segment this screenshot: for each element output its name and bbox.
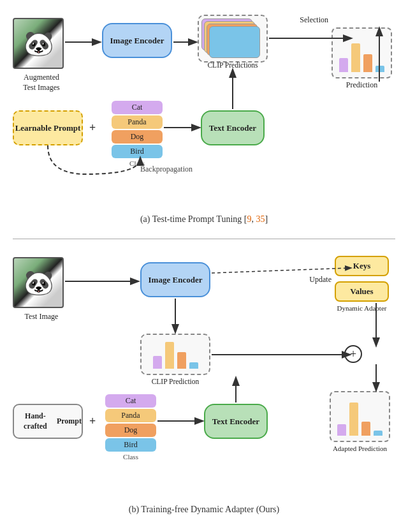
update-label: Update <box>309 275 332 284</box>
section-label-b: (b) Training-free Dynamic Adapter (Ours) <box>13 499 395 522</box>
keys-box: Keys <box>335 256 389 276</box>
adapted-prediction-label: Adapted Prediction <box>330 445 390 452</box>
bar-dog-a <box>363 54 372 72</box>
class-box-b: Cat Panda Dog Bird Class <box>105 394 156 461</box>
adapted-prediction-chart <box>330 391 390 442</box>
class-dog-a: Dog <box>112 130 163 144</box>
clip-bar-bird-b <box>189 362 198 369</box>
diagram-part-b: Test Image Image Encoder Keys Values Dyn… <box>13 251 395 499</box>
clip-prediction-label: CLIP Prediction <box>140 378 210 385</box>
adapted-bar-dog <box>361 422 370 436</box>
svg-line-7 <box>212 268 351 273</box>
adapted-bar-bird <box>374 431 382 436</box>
clip-bar-cat-b <box>153 356 162 369</box>
bar-panda-a <box>351 43 360 72</box>
selection-label-a: Selection <box>300 15 328 25</box>
clip-predictions-a <box>198 15 268 63</box>
class-bird-b: Bird <box>105 438 156 452</box>
class-panda-a: Panda <box>112 115 163 129</box>
learnable-prompt: Learnable Prompt <box>13 110 83 145</box>
values-box: Values <box>335 281 389 302</box>
panda-image-a <box>13 18 64 69</box>
plus-circle-b: + <box>344 345 362 363</box>
plus-sign-b: + <box>89 415 96 428</box>
dynamic-adapter-label: Dynamic Adapter <box>335 304 389 312</box>
class-box-a: Cat Panda Dog Bird Class <box>112 101 163 167</box>
adapted-bar-panda <box>349 403 358 436</box>
panda-image-b <box>13 257 64 308</box>
clip-bar-panda-b <box>165 342 174 369</box>
class-dog-b: Dog <box>105 424 156 437</box>
diagram-part-a: Augmented Test Images Image Encoder CLIP… <box>13 11 395 209</box>
adapted-bar-cat <box>337 424 346 436</box>
class-bird-a: Bird <box>112 145 163 158</box>
clip-card-4 <box>209 26 260 58</box>
text-encoder-a: Text Encoder <box>201 110 265 145</box>
plus-sign-a: + <box>89 121 96 135</box>
prediction-chart-a <box>332 27 392 78</box>
image-encoder-a: Image Encoder <box>102 23 172 58</box>
class-cat-b: Cat <box>105 394 156 408</box>
augmented-label: Augmented Test Images <box>13 73 70 92</box>
class-label-b: Class <box>105 453 156 461</box>
backprop-label: Backpropagation <box>140 165 193 174</box>
class-panda-b: Panda <box>105 409 156 422</box>
handcrafted-prompt: Hand-craftedPrompt <box>13 404 83 439</box>
prediction-label-a: Prediction <box>332 80 392 90</box>
clip-bar-dog-b <box>177 352 186 369</box>
bar-bird-a <box>375 66 384 72</box>
class-cat-a: Cat <box>112 101 163 114</box>
section-label-a: (a) Test-time Prompt Tuning [9, 35] <box>13 209 395 232</box>
test-image-label: Test Image <box>13 312 70 321</box>
clip-prediction-b <box>140 334 210 375</box>
bar-cat-a <box>339 58 348 72</box>
text-encoder-b: Text Encoder <box>204 404 268 439</box>
image-encoder-b: Image Encoder <box>140 262 210 297</box>
clip-predictions-label-a: CLIP Predictions <box>198 61 268 69</box>
